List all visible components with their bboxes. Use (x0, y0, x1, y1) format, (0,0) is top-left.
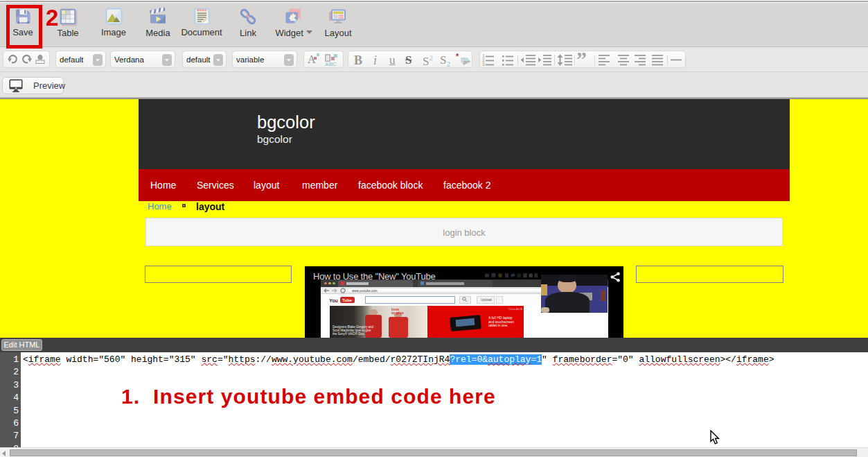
svg-text:ABC: ABC (325, 61, 337, 67)
svg-text:3: 3 (482, 62, 485, 67)
svg-text:”: ” (576, 51, 587, 69)
svg-text:*: * (456, 53, 459, 60)
